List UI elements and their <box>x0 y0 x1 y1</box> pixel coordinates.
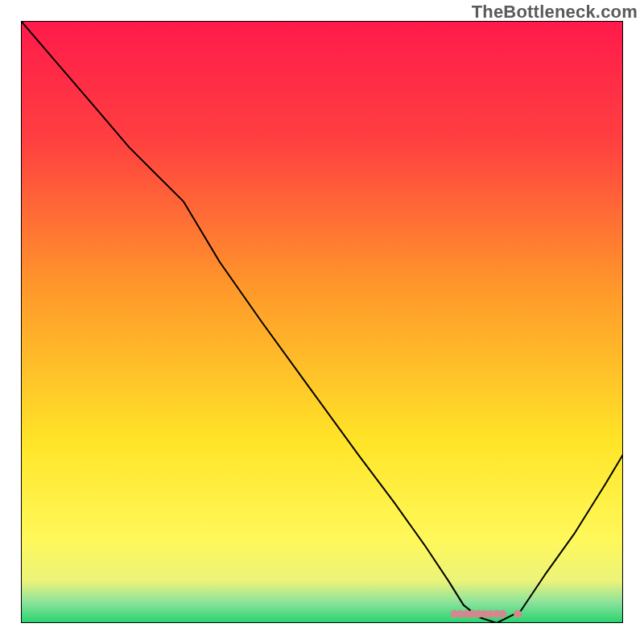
chart-container: TheBottleneck.com <box>0 0 644 644</box>
chart-svg <box>21 21 623 623</box>
marker-point <box>498 610 506 618</box>
gradient-background <box>21 21 623 623</box>
marker-point <box>514 610 522 618</box>
watermark-text: TheBottleneck.com <box>472 2 638 23</box>
